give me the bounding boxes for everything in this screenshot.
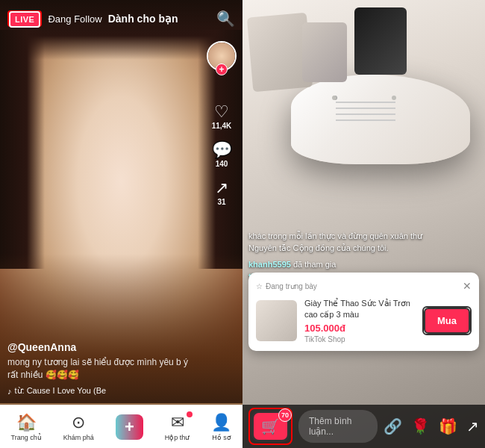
username[interactable]: @QueenAnna xyxy=(7,341,198,353)
shoe-laces xyxy=(336,97,403,134)
left-panel: LIVE Đang Follow Dành cho bạn 🔍 + ♡ 11,4… xyxy=(0,0,242,448)
main-shoe xyxy=(291,75,478,202)
music-line: ♪ từ: Cause I Love You (Be xyxy=(7,386,198,396)
share-right-icon[interactable]: ↗ xyxy=(466,417,479,435)
profile-label: Hồ sơ xyxy=(212,434,231,441)
product-card-body: Giày Thể Thao Sức Vải Trơn cao cấp 3 màu… xyxy=(256,298,472,343)
avatar-follow-group: + xyxy=(207,41,237,71)
heart-icon[interactable]: ♡ xyxy=(214,104,229,120)
nav-inbox[interactable]: ✉ Hộp thư xyxy=(165,413,190,441)
overlay-text-area: khác trong mỗi lần thực và đừng quên xuâ… xyxy=(248,231,479,253)
buy-button[interactable]: Mua xyxy=(424,308,470,334)
cart-badge: 70 xyxy=(278,408,292,422)
like-group: ♡ 11,4K xyxy=(212,104,232,130)
top-bar: LIVE Đang Follow Dành cho bạn 🔍 xyxy=(0,0,242,37)
search-button[interactable]: 🔍 xyxy=(216,10,235,28)
cart-button-wrapper: 🛒 70 xyxy=(248,408,292,445)
live-badge-wrapper: LIVE xyxy=(7,10,42,27)
comment-username-1: khanh5595 xyxy=(248,260,291,269)
nav-add[interactable]: + xyxy=(116,414,143,440)
nav-explore[interactable]: ⊙ Khám phá xyxy=(63,413,94,441)
following-label[interactable]: Đang Follow xyxy=(48,13,101,25)
share-icon[interactable]: ↗ xyxy=(215,180,228,196)
comment-group: 💬 140 xyxy=(212,142,232,168)
product-name: Giày Thể Thao Sức Vải Trơn cao cấp 3 màu xyxy=(304,298,415,320)
shoe-body xyxy=(291,75,470,164)
add-button[interactable]: + xyxy=(116,414,143,440)
link-icon[interactable]: 🔗 xyxy=(384,417,402,435)
product-status-label: Đang trưng bày xyxy=(266,282,317,290)
for-you-tab[interactable]: Dành cho bạn xyxy=(108,13,178,25)
comment-input[interactable]: Thêm bình luận... xyxy=(298,410,378,443)
follow-plus-button[interactable]: + xyxy=(216,63,228,75)
star-icon: ☆ xyxy=(256,282,263,290)
product-price: 105.000đ xyxy=(304,323,415,334)
overlay-text-2: Nguyên tắc Cộng đồng của chúng tôi. xyxy=(248,243,479,253)
notification-badge xyxy=(187,411,193,417)
right-action-icons: 🔗 🌹 🎁 ↗ xyxy=(384,417,479,435)
nav-profile[interactable]: 👤 Hồ sơ xyxy=(211,413,231,441)
eyelet xyxy=(392,96,396,100)
user-info: @QueenAnna mong ny tương lai sẽ hiểu đượ… xyxy=(7,341,198,396)
product-thumbnail xyxy=(256,300,297,341)
product-image xyxy=(256,300,297,341)
cart-button[interactable]: 🛒 70 xyxy=(251,411,290,442)
right-bottom-bar: 🛒 70 Thêm bình luận... 🔗 🌹 🎁 ↗ xyxy=(242,405,485,448)
cart-icon: 🛒 xyxy=(261,418,280,435)
nav-home[interactable]: 🏠 Trang chủ xyxy=(11,413,42,441)
share-count: 31 xyxy=(217,198,225,206)
close-product-button[interactable]: ✕ xyxy=(463,280,472,292)
explore-label: Khám phá xyxy=(63,434,94,441)
comment-text-1: đã tham gia xyxy=(293,260,336,269)
inbox-icon: ✉ xyxy=(171,413,184,432)
product-shop: TikTok Shop xyxy=(304,335,415,343)
profile-icon: 👤 xyxy=(211,413,231,432)
rose-icon[interactable]: 🌹 xyxy=(411,417,430,435)
product-details: Giày Thể Thao Sức Vải Trơn cao cấp 3 màu… xyxy=(304,298,415,343)
home-icon: 🏠 xyxy=(16,413,37,432)
eyelet xyxy=(332,96,337,100)
user-description: mong ny tương lai sẽ hiểu được mình yêu … xyxy=(7,356,198,382)
buy-button-wrapper: Mua xyxy=(422,306,472,335)
comment-item-1: khanh5595 đã tham gia xyxy=(248,260,479,269)
comment-icon[interactable]: 💬 xyxy=(212,142,232,158)
bg-shoe-3 xyxy=(354,7,407,75)
comment-count: 140 xyxy=(216,160,228,168)
right-panel: khác trong mỗi lần thực và đừng quên xuâ… xyxy=(242,0,485,448)
home-label: Trang chủ xyxy=(11,434,42,441)
music-text: từ: Cause I Love You (Be xyxy=(15,386,107,396)
product-label: ☆ Đang trưng bày xyxy=(256,282,317,290)
bg-shoe-2 xyxy=(302,22,347,82)
share-group: ↗ 31 xyxy=(215,180,228,206)
live-badge: LIVE xyxy=(9,11,40,28)
shoes-background xyxy=(242,0,485,448)
bottom-navigation: 🏠 Trang chủ ⊙ Khám phá + ✉ Hộp thư 👤 Hồ … xyxy=(0,405,242,448)
product-card-header: ☆ Đang trưng bày ✕ xyxy=(256,280,472,292)
music-note-icon: ♪ xyxy=(7,387,12,396)
like-count: 11,4K xyxy=(212,122,232,130)
hair-left xyxy=(0,30,45,269)
right-action-panel: + ♡ 11,4K 💬 140 ↗ 31 xyxy=(207,41,237,206)
add-icon: + xyxy=(125,417,134,436)
explore-icon: ⊙ xyxy=(72,413,85,432)
inbox-label: Hộp thư xyxy=(165,434,190,441)
gift-icon[interactable]: 🎁 xyxy=(439,417,457,435)
product-card: ☆ Đang trưng bày ✕ Giày Thể Thao Sức Vải… xyxy=(248,273,479,351)
overlay-text-1: khác trong mỗi lần thực và đừng quên xuâ… xyxy=(248,231,479,241)
comment-placeholder: Thêm bình luận... xyxy=(309,416,351,437)
